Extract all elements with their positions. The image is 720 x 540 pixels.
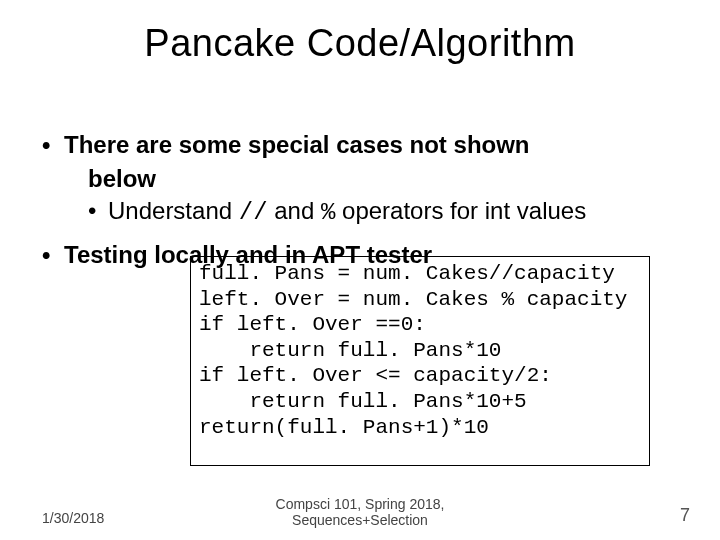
bullet-1-text-a: There are some special cases not shown	[64, 131, 530, 158]
bullet-1-sub-pre: Understand	[108, 197, 239, 224]
bullet-2: •Testing locally and in APT tester	[42, 240, 690, 270]
slide-title: Pancake Code/Algorithm	[0, 22, 720, 65]
code-box: full. Pans = num. Cakes//capacity left. …	[190, 256, 650, 466]
bullet-2-text: Testing locally and in APT tester	[64, 241, 432, 268]
slide: Pancake Code/Algorithm •There are some s…	[0, 0, 720, 540]
code-line-3: if left. Over ==0:	[199, 312, 641, 338]
footer-center-line2: Sequences+Selection	[292, 512, 428, 528]
bullet-list: •There are some special cases not shown …	[42, 130, 690, 270]
bullet-1: •There are some special cases not shown	[42, 130, 690, 160]
code-inline-percent: %	[321, 199, 335, 226]
bullet-1-sub-mid: and	[268, 197, 321, 224]
bullet-1-cont: below	[88, 164, 690, 194]
code-line-6: return full. Pans*10+5	[199, 389, 641, 415]
bullet-1-sub: •Understand // and % operators for int v…	[88, 196, 690, 228]
code-line-4: return full. Pans*10	[199, 338, 641, 364]
bullet-dot-icon: •	[42, 130, 64, 160]
code-line-2: left. Over = num. Cakes % capacity	[199, 287, 641, 313]
footer-page-number: 7	[680, 505, 690, 526]
footer-center: Compsci 101, Spring 2018, Sequences+Sele…	[0, 496, 720, 528]
code-line-7: return(full. Pans+1)*10	[199, 415, 641, 441]
sub-bullet-dot-icon: •	[88, 196, 108, 226]
bullet-1-sub-post: operators for int values	[335, 197, 586, 224]
bullet-dot-icon: •	[42, 240, 64, 270]
code-line-5: if left. Over <= capacity/2:	[199, 363, 641, 389]
code-inline-slashslash: //	[239, 199, 268, 226]
footer-center-line1: Compsci 101, Spring 2018,	[276, 496, 445, 512]
